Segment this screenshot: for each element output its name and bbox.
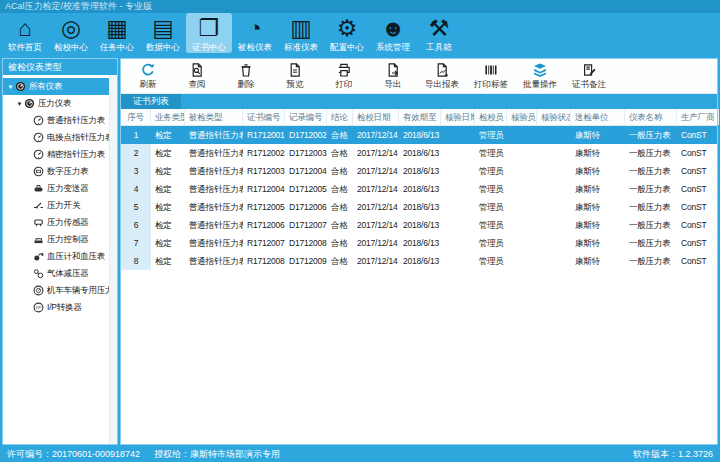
- cell-reviewer: [507, 144, 537, 162]
- table-row-1[interactable]: 1检定普通指针压力表R1712001D1712002合格2017/12/1420…: [121, 126, 717, 144]
- tree-node-i-p-[interactable]: I/PI/P转换器: [3, 299, 117, 316]
- tree-node--[interactable]: 电接点指针压力表: [3, 129, 117, 146]
- cell-verifier: 管理员: [475, 162, 507, 180]
- regulator-icon: [33, 268, 46, 279]
- column-header-reviewer[interactable]: 核验员: [507, 109, 537, 125]
- cell-verify_date: 2017/12/14: [353, 216, 399, 234]
- column-header-customer[interactable]: 送检单位: [571, 109, 625, 125]
- tree-node-label: 气体减压器: [47, 268, 89, 280]
- table-row-7[interactable]: 7检定普通指针压力表R1712007D1712008合格2017/12/1420…: [121, 234, 717, 252]
- nav-item-toolbox[interactable]: ⚒工具箱: [416, 13, 462, 53]
- tab-certificate-list[interactable]: 证书列表: [121, 94, 181, 109]
- table-row-8[interactable]: 8检定普通指针压力表R1712008D1712009合格2017/12/1420…: [121, 252, 717, 270]
- cell-review_status: [537, 234, 571, 252]
- table-row-3[interactable]: 3检定普通指针压力表R1712003D1712004合格2017/12/1420…: [121, 162, 717, 180]
- action-batch-layers[interactable]: 批量操作: [523, 62, 557, 91]
- cell-reviewer: [507, 162, 537, 180]
- tree-node--[interactable]: ▼压力仪表: [3, 95, 117, 112]
- nav-item-calendar[interactable]: ▦任务中心: [94, 13, 140, 53]
- column-header-device_name[interactable]: 仪表名称: [625, 109, 677, 125]
- device-type-tree: ▼所有仪表▼压力仪表普通指针压力表电接点指针压力表精密指针压力表数字压力表压力变…: [3, 75, 117, 444]
- cell-result: 合格: [327, 216, 353, 234]
- cell-biz_type: 检定: [151, 180, 185, 198]
- gauge-dark-icon: [15, 81, 28, 92]
- print-label-icon: [474, 62, 508, 79]
- action-certificate-note[interactable]: 证书备注: [572, 62, 606, 91]
- column-header-cert_no[interactable]: 证书编号: [243, 109, 285, 125]
- nav-item-data-monitor[interactable]: ▤数据中心: [140, 13, 186, 53]
- tree-node--[interactable]: 普通指针压力表: [3, 112, 117, 129]
- cell-review_status: [537, 216, 571, 234]
- action-export-doc[interactable]: 导出: [376, 62, 410, 91]
- cell-device_name: 一般压力表: [625, 216, 677, 234]
- sidebar: 被检仪表类型 ▼所有仪表▼压力仪表普通指针压力表电接点指针压力表精密指针压力表数…: [2, 58, 118, 445]
- view-doc-icon: [180, 62, 214, 79]
- table-row-5[interactable]: 5检定普通指针压力表R1712005D1712006合格2017/12/1420…: [121, 198, 717, 216]
- action-label: 导出报表: [425, 79, 459, 89]
- action-preview-doc[interactable]: 预览: [278, 62, 312, 91]
- cell-reviewer: [507, 252, 537, 270]
- column-header-record_no[interactable]: 记录编号: [285, 109, 327, 125]
- table-row-2[interactable]: 2检定普通指针压力表R1712002D1712003合格2017/12/1420…: [121, 144, 717, 162]
- column-header-review_status[interactable]: 核验状态: [537, 109, 571, 125]
- action-printer[interactable]: 打印: [327, 62, 361, 91]
- tree-node--[interactable]: 压力传感器: [3, 214, 117, 231]
- cell-verify_date: 2017/12/14: [353, 234, 399, 252]
- cell-seq: 5: [121, 198, 151, 216]
- cell-customer: 康斯特: [571, 180, 625, 198]
- tree-node-label: I/P转换器: [47, 302, 82, 314]
- action-view-doc[interactable]: 查阅: [180, 62, 214, 91]
- tree-node--[interactable]: 机车车辆专用压力表: [3, 282, 117, 299]
- column-header-review_date[interactable]: 核验日期: [441, 109, 475, 125]
- column-header-biz_type[interactable]: 业务类型: [151, 109, 185, 125]
- cell-manufacturer: ConST: [677, 198, 717, 216]
- cell-cert_no: R1712001: [243, 126, 285, 144]
- nav-item-admin-user[interactable]: ☻系统管理: [370, 13, 416, 53]
- nav-item-home[interactable]: ⌂软件首页: [2, 13, 48, 53]
- cell-biz_type: 检定: [151, 162, 185, 180]
- tree-node--[interactable]: 血压计和血压表: [3, 248, 117, 265]
- gauge-dark-icon: [24, 98, 37, 109]
- cell-result: 合格: [327, 234, 353, 252]
- nav-item-gauge[interactable]: ◔被检仪表: [232, 13, 278, 53]
- nav-item-certificate[interactable]: ❐证书中心: [186, 13, 232, 53]
- action-export-report[interactable]: 导出报表: [425, 62, 459, 91]
- column-header-manufacturer[interactable]: 生产厂商: [677, 109, 719, 125]
- tree-node-label: 数字压力表: [47, 166, 89, 178]
- sidebar-scrollbar[interactable]: [109, 75, 117, 444]
- data-monitor-icon: ▤: [140, 14, 186, 42]
- column-header-device_type[interactable]: 被检类型: [185, 109, 243, 125]
- cell-seq: 6: [121, 216, 151, 234]
- cell-device_name: 一般压力表: [625, 252, 677, 270]
- column-header-verify_date[interactable]: 检校日期: [353, 109, 399, 125]
- column-header-seq[interactable]: 序号: [121, 109, 151, 125]
- tree-node--[interactable]: 气体减压器: [3, 265, 117, 282]
- nav-item-calibration-target[interactable]: ◎检校中心: [48, 13, 94, 53]
- nav-item-standard-device[interactable]: ▥标准仪表: [278, 13, 324, 53]
- tree-node--[interactable]: 压力控制器: [3, 231, 117, 248]
- tree-node--[interactable]: ▼所有仪表: [3, 78, 117, 95]
- tree-node--[interactable]: 压力开关: [3, 197, 117, 214]
- column-header-valid_until[interactable]: 有效期至: [399, 109, 441, 125]
- cell-review_status: [537, 252, 571, 270]
- table-row-6[interactable]: 6检定普通指针压力表R1712006D1712007合格2017/12/1420…: [121, 216, 717, 234]
- action-label: 删除: [238, 79, 255, 89]
- license-number: 许可编号：20170601-000918742: [7, 449, 140, 459]
- action-refresh[interactable]: 刷新: [131, 62, 165, 91]
- cell-valid_until: 2018/6/13: [399, 252, 441, 270]
- refresh-icon: [131, 62, 165, 79]
- expand-arrow-icon[interactable]: ▼: [6, 84, 15, 90]
- expand-arrow-icon[interactable]: ▼: [15, 101, 24, 107]
- column-header-verifier[interactable]: 检校员: [475, 109, 507, 125]
- cell-device_type: 普通指针压力表: [185, 144, 243, 162]
- action-print-label[interactable]: 打印标签: [474, 62, 508, 91]
- main-panel: 刷新查阅删除预览打印导出导出报表打印标签批量操作证书备注 证书列表 序号业务类型…: [120, 58, 718, 445]
- sensor-icon: [33, 217, 46, 228]
- table-row-4[interactable]: 4检定普通指针压力表R1712004D1712005合格2017/12/1420…: [121, 180, 717, 198]
- column-header-result[interactable]: 结论: [327, 109, 353, 125]
- tree-node--[interactable]: 压力变送器: [3, 180, 117, 197]
- tree-node--[interactable]: 精密指针压力表: [3, 146, 117, 163]
- action-trash[interactable]: 删除: [229, 62, 263, 91]
- tree-node--[interactable]: 数字压力表: [3, 163, 117, 180]
- nav-item-gear[interactable]: ⚙配置中心: [324, 13, 370, 53]
